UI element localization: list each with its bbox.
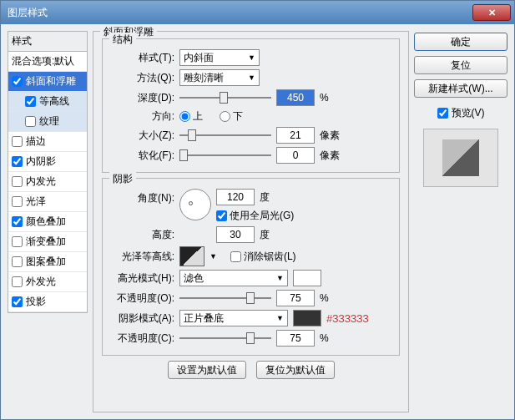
soften-input[interactable]: 0 bbox=[276, 147, 315, 164]
bevel-emboss-group: 斜面和浮雕 结构 样式(T): 内斜面 ▼ 方法(Q): 雕刻清晰 bbox=[93, 31, 409, 412]
settings-column: 斜面和浮雕 结构 样式(T): 内斜面 ▼ 方法(Q): 雕刻清晰 bbox=[93, 31, 409, 412]
style-item-label: 纹理 bbox=[39, 114, 59, 129]
reset-default-button[interactable]: 复位为默认值 bbox=[256, 361, 335, 379]
preview-shape-icon bbox=[442, 139, 479, 176]
style-item-outer-glow[interactable]: 外发光 bbox=[8, 272, 87, 292]
chevron-down-icon: ▼ bbox=[276, 274, 284, 282]
style-item-stroke[interactable]: 描边 bbox=[8, 132, 87, 152]
depth-slider[interactable] bbox=[179, 89, 271, 106]
styles-list: 混合选项:默认 斜面和浮雕 等高线 纹理 描边 bbox=[8, 52, 88, 313]
technique-select[interactable]: 雕刻清晰 ▼ bbox=[179, 69, 260, 86]
gloss-contour-label: 光泽等高线: bbox=[111, 250, 174, 264]
select-value: 雕刻清晰 bbox=[184, 71, 224, 85]
altitude-label: 高度: bbox=[111, 228, 174, 242]
style-item-drop-shadow[interactable]: 投影 bbox=[8, 292, 87, 312]
style-item-pattern-overlay[interactable]: 图案叠加 bbox=[8, 252, 87, 272]
style-item-label: 描边 bbox=[26, 134, 46, 149]
global-light-checkbox[interactable]: 使用全局光(G) bbox=[216, 209, 294, 223]
titlebar: 图层样式 ✕ bbox=[1, 1, 514, 24]
depth-unit: % bbox=[320, 92, 343, 104]
technique-label: 方法(Q): bbox=[111, 71, 174, 85]
shadow-opacity-slider[interactable] bbox=[179, 330, 271, 347]
style-item-label: 内发光 bbox=[26, 175, 56, 189]
window-title: 图层样式 bbox=[4, 6, 472, 20]
antialias-checkbox[interactable]: 消除锯齿(L) bbox=[230, 250, 296, 264]
styles-header: 样式 bbox=[8, 31, 88, 52]
preview-label: 预览(V) bbox=[452, 106, 485, 120]
angle-dial[interactable] bbox=[179, 189, 211, 220]
style-item-label: 斜面和浮雕 bbox=[26, 74, 76, 89]
highlight-opacity-input[interactable]: 75 bbox=[276, 290, 315, 306]
style-checkbox[interactable] bbox=[12, 136, 23, 147]
style-checkbox[interactable] bbox=[12, 176, 23, 187]
chevron-down-icon: ▼ bbox=[276, 314, 284, 322]
style-item-color-overlay[interactable]: 颜色叠加 bbox=[8, 212, 87, 232]
size-input[interactable]: 21 bbox=[276, 127, 315, 144]
chevron-down-icon[interactable]: ▼ bbox=[210, 252, 217, 261]
direction-up-radio[interactable]: 上 bbox=[179, 109, 203, 124]
style-checkbox[interactable] bbox=[12, 216, 23, 227]
style-item-texture[interactable]: 纹理 bbox=[8, 112, 87, 132]
style-item-gradient-overlay[interactable]: 渐变叠加 bbox=[8, 232, 87, 252]
style-item-label: 混合选项:默认 bbox=[12, 54, 74, 68]
soften-slider[interactable] bbox=[179, 147, 271, 164]
style-checkbox[interactable] bbox=[25, 116, 36, 127]
angle-label: 角度(N): bbox=[111, 189, 174, 205]
soften-label: 软化(F): bbox=[111, 149, 174, 163]
style-checkbox[interactable] bbox=[12, 236, 23, 247]
angle-unit: 度 bbox=[260, 190, 283, 205]
style-item-inner-glow[interactable]: 内发光 bbox=[8, 172, 87, 192]
highlight-opacity-slider[interactable] bbox=[179, 290, 271, 306]
style-item-blend[interactable]: 混合选项:默认 bbox=[8, 52, 87, 72]
style-item-label: 内阴影 bbox=[26, 154, 56, 169]
style-checkbox[interactable] bbox=[12, 76, 23, 87]
chevron-down-icon: ▼ bbox=[248, 53, 255, 62]
style-checkbox[interactable] bbox=[12, 256, 23, 267]
styles-column: 样式 混合选项:默认 斜面和浮雕 等高线 纹理 bbox=[8, 31, 88, 412]
structure-legend: 结构 bbox=[109, 33, 136, 47]
highlight-mode-select[interactable]: 滤色 ▼ bbox=[179, 270, 288, 286]
size-slider[interactable] bbox=[179, 127, 271, 144]
structure-group: 结构 样式(T): 内斜面 ▼ 方法(Q): 雕刻清晰 ▼ bbox=[102, 38, 400, 173]
highlight-color-swatch[interactable] bbox=[293, 270, 321, 286]
direction-down-radio[interactable]: 下 bbox=[220, 109, 243, 124]
preview-box bbox=[423, 129, 498, 187]
highlight-opacity-label: 不透明度(O): bbox=[111, 291, 174, 306]
angle-input[interactable]: 120 bbox=[216, 189, 255, 205]
new-style-button[interactable]: 新建样式(W)... bbox=[414, 79, 507, 98]
style-select[interactable]: 内斜面 ▼ bbox=[179, 49, 260, 66]
cancel-button[interactable]: 复位 bbox=[414, 56, 507, 74]
action-column: 确定 复位 新建样式(W)... 预览(V) bbox=[414, 31, 507, 412]
gloss-contour-swatch[interactable] bbox=[179, 246, 204, 266]
ok-button[interactable]: 确定 bbox=[414, 33, 507, 51]
style-label: 样式(T): bbox=[111, 51, 174, 65]
make-default-button[interactable]: 设置为默认值 bbox=[168, 361, 246, 379]
style-item-inner-shadow[interactable]: 内阴影 bbox=[8, 152, 87, 172]
select-value: 正片叠底 bbox=[184, 311, 224, 326]
style-checkbox[interactable] bbox=[12, 296, 23, 307]
size-unit: 像素 bbox=[320, 129, 343, 143]
highlight-mode-label: 高光模式(H): bbox=[111, 271, 174, 286]
style-checkbox[interactable] bbox=[12, 276, 23, 287]
shading-legend: 阴影 bbox=[109, 172, 136, 186]
shadow-opacity-input[interactable]: 75 bbox=[276, 330, 315, 347]
shadow-mode-select[interactable]: 正片叠底 ▼ bbox=[179, 310, 288, 326]
shadow-mode-label: 阴影模式(A): bbox=[111, 311, 174, 326]
highlight-opacity-unit: % bbox=[320, 292, 343, 304]
depth-input[interactable]: 450 bbox=[276, 89, 315, 106]
style-item-bevel[interactable]: 斜面和浮雕 bbox=[8, 72, 87, 92]
depth-label: 深度(D): bbox=[111, 91, 174, 105]
style-checkbox[interactable] bbox=[12, 196, 23, 207]
direction-label: 方向: bbox=[111, 109, 174, 124]
close-button[interactable]: ✕ bbox=[472, 4, 511, 21]
style-item-contour[interactable]: 等高线 bbox=[8, 92, 87, 112]
shadow-color-swatch[interactable] bbox=[293, 310, 321, 326]
altitude-unit: 度 bbox=[260, 228, 283, 242]
style-checkbox[interactable] bbox=[12, 156, 23, 167]
select-value: 滤色 bbox=[184, 271, 204, 286]
style-item-satin[interactable]: 光泽 bbox=[8, 192, 87, 212]
size-label: 大小(Z): bbox=[111, 129, 174, 143]
style-checkbox[interactable] bbox=[25, 96, 36, 107]
preview-checkbox[interactable]: 预览(V) bbox=[414, 106, 507, 120]
altitude-input[interactable]: 30 bbox=[216, 226, 255, 243]
